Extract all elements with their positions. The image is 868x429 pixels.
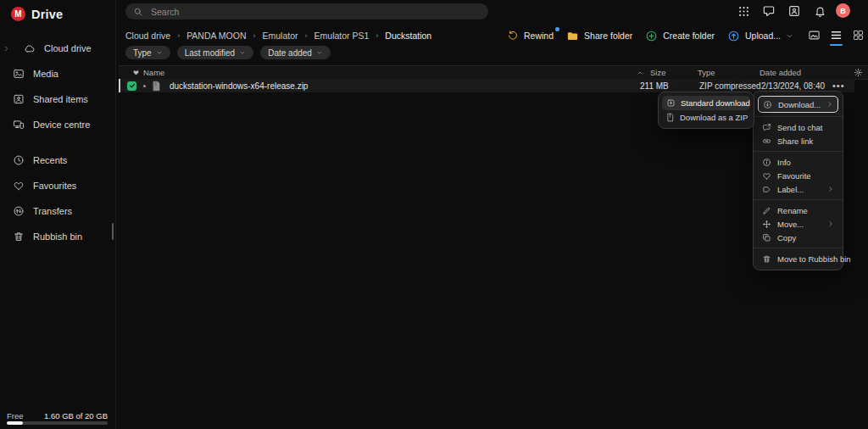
sidebar-item-device-centre[interactable]: Device centre bbox=[0, 112, 115, 137]
sidebar-item-label: Device centre bbox=[33, 120, 90, 130]
notifications-button[interactable] bbox=[812, 3, 827, 19]
menu-item-info[interactable]: Info bbox=[758, 155, 838, 169]
share-folder-button[interactable]: Share folder bbox=[566, 30, 632, 42]
sidebar-item-label: Transfers bbox=[33, 206, 72, 216]
rewind-button[interactable]: Rewind bbox=[507, 30, 554, 42]
avatar[interactable]: B bbox=[836, 3, 850, 18]
file-type: ZIP compressed bbox=[699, 79, 761, 92]
chevron-right-icon: › bbox=[253, 31, 256, 40]
menu-item-favourite[interactable]: Favourite bbox=[758, 169, 838, 182]
bell-icon bbox=[814, 5, 826, 18]
menu-item-label-tag[interactable]: Label... bbox=[758, 182, 838, 196]
chevron-right-icon bbox=[827, 220, 834, 227]
zip-file-icon bbox=[152, 79, 161, 92]
apps-grid-icon bbox=[737, 5, 750, 18]
upload-button[interactable]: Upload... bbox=[727, 30, 793, 42]
create-folder-button[interactable]: Create folder bbox=[645, 30, 715, 42]
download-icon bbox=[763, 100, 772, 109]
filter-type[interactable]: Type bbox=[125, 46, 170, 59]
list-view-icon bbox=[830, 29, 843, 42]
sidebar: M Drive Cloud drive Media Shared items D… bbox=[0, 0, 116, 429]
sidebar-item-transfers[interactable]: Transfers bbox=[0, 198, 115, 224]
column-size[interactable]: Size bbox=[650, 66, 665, 79]
shared-items-icon bbox=[13, 93, 25, 105]
column-date-added[interactable]: Date added bbox=[760, 66, 801, 79]
file-size: 211 MB bbox=[640, 79, 669, 92]
transfers-icon bbox=[13, 205, 25, 217]
chevron-right-icon: › bbox=[305, 31, 308, 40]
breadcrumb-item[interactable]: Cloud drive bbox=[125, 31, 170, 41]
menu-item-label: Label... bbox=[777, 185, 804, 194]
search-icon bbox=[133, 7, 143, 17]
breadcrumb-item-current: Duckstation bbox=[385, 31, 431, 41]
sidebar-item-favourites[interactable]: Favourites bbox=[0, 173, 115, 198]
move-icon bbox=[762, 220, 771, 229]
list-view-button[interactable] bbox=[830, 29, 843, 43]
search-bar[interactable] bbox=[125, 3, 488, 20]
grid-view-button[interactable] bbox=[852, 29, 865, 43]
filter-last-modified[interactable]: Last modified bbox=[177, 46, 253, 59]
sidebar-item-recents[interactable]: Recents bbox=[0, 148, 115, 173]
app-logo[interactable]: M Drive bbox=[11, 7, 63, 21]
heart-icon bbox=[13, 180, 25, 192]
filter-label: Date added bbox=[268, 48, 312, 58]
submenu-item-download-as-zip[interactable]: Download as a ZIP file bbox=[662, 110, 750, 125]
breadcrumb-item[interactable]: Emulator bbox=[263, 31, 298, 41]
submenu-item-standard-download[interactable]: Standard download bbox=[662, 96, 750, 110]
sidebar-item-cloud-drive[interactable]: Cloud drive bbox=[0, 36, 115, 61]
column-name[interactable]: Name bbox=[143, 66, 164, 79]
menu-item-share-link[interactable]: Share link bbox=[758, 134, 838, 148]
sidebar-item-label: Shared items bbox=[33, 94, 88, 104]
cloud-icon bbox=[24, 42, 36, 54]
clock-icon bbox=[13, 154, 25, 166]
chevron-right-icon bbox=[827, 186, 834, 192]
menu-divider bbox=[754, 151, 843, 152]
plus-circle-icon bbox=[645, 30, 658, 42]
table-row[interactable]: duckstation-windows-x64-release.zip 211 … bbox=[119, 79, 854, 92]
menu-item-download[interactable]: Download... bbox=[758, 96, 838, 113]
trash-icon bbox=[762, 254, 771, 264]
storage-summary: Free 1.60 GB of 20 GB bbox=[7, 411, 108, 421]
contacts-button[interactable] bbox=[787, 3, 802, 19]
share-folder-label: Share folder bbox=[584, 31, 632, 41]
menu-divider bbox=[754, 116, 843, 117]
sidebar-scrollbar[interactable] bbox=[112, 223, 114, 240]
menu-item-move[interactable]: Move... bbox=[758, 217, 838, 231]
menu-item-send-to-chat[interactable]: Send to chat bbox=[758, 120, 838, 134]
breadcrumb-item[interactable]: Emulator PS1 bbox=[314, 31, 370, 41]
label-dot bbox=[143, 79, 146, 92]
sidebar-item-media[interactable]: Media bbox=[0, 61, 115, 86]
heart-icon bbox=[762, 171, 771, 181]
standard-download-icon bbox=[666, 98, 676, 108]
favourite-column-icon[interactable] bbox=[132, 66, 140, 79]
apps-grid-button[interactable] bbox=[736, 3, 751, 19]
submenu-item-label: Download as a ZIP file bbox=[680, 113, 750, 122]
file-name: duckstation-windows-x64-release.zip bbox=[170, 79, 308, 92]
info-icon bbox=[762, 158, 771, 167]
search-input[interactable] bbox=[149, 6, 481, 18]
storage-progress-fill bbox=[7, 421, 23, 425]
menu-item-label: Info bbox=[777, 158, 791, 167]
tag-icon bbox=[762, 185, 771, 194]
menu-divider bbox=[754, 199, 843, 200]
sidebar-item-shared-items[interactable]: Shared items bbox=[0, 86, 115, 112]
notification-dot bbox=[555, 27, 559, 31]
column-settings-gear-icon[interactable] bbox=[854, 66, 863, 79]
chat-icon bbox=[762, 4, 776, 18]
upload-icon bbox=[727, 30, 740, 42]
column-type[interactable]: Type bbox=[698, 66, 715, 79]
filter-date-added[interactable]: Date added bbox=[260, 46, 331, 59]
avatar-letter: B bbox=[840, 7, 846, 15]
menu-item-label: Move to Rubbish bin bbox=[777, 254, 851, 264]
breadcrumb-item[interactable]: PANDA MOON bbox=[186, 31, 246, 41]
storage-usage-label: 1.60 GB of 20 GB bbox=[44, 411, 108, 421]
media-view-button[interactable] bbox=[808, 29, 821, 43]
sidebar-item-rubbish-bin[interactable]: Rubbish bin bbox=[0, 224, 115, 249]
row-checkbox[interactable] bbox=[127, 79, 136, 92]
menu-item-rename[interactable]: Rename bbox=[758, 203, 838, 217]
menu-item-move-to-rubbish-bin[interactable]: Move to Rubbish bin bbox=[758, 252, 838, 265]
chat-button[interactable] bbox=[761, 3, 776, 19]
menu-item-copy[interactable]: Copy bbox=[758, 231, 838, 244]
view-toggle-group bbox=[808, 29, 865, 43]
sort-ascending-icon bbox=[637, 66, 643, 79]
